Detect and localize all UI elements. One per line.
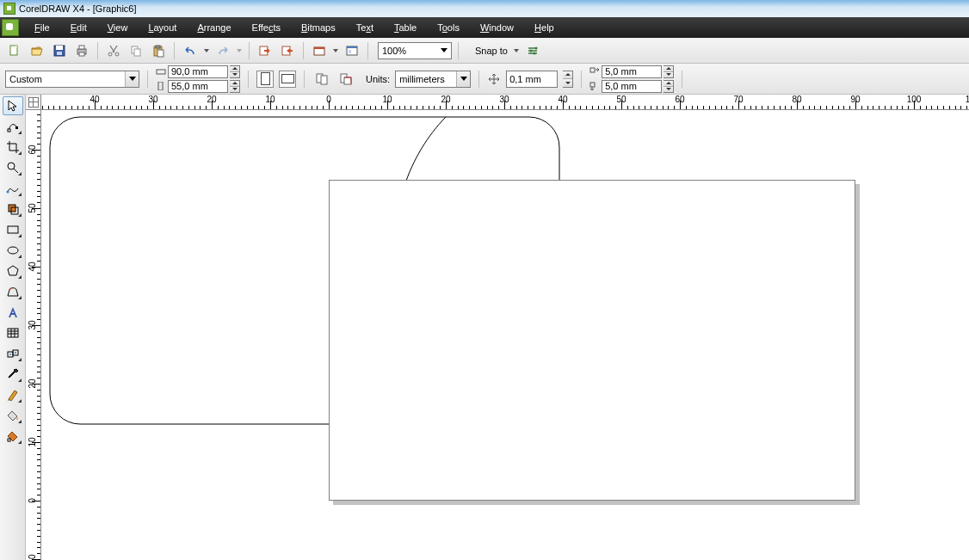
separator: [682, 71, 682, 88]
save-button[interactable]: [50, 41, 69, 60]
table-tool[interactable]: [3, 323, 23, 342]
shape-tool[interactable]: [3, 117, 23, 136]
new-button[interactable]: [5, 41, 24, 60]
polygon-tool[interactable]: [3, 262, 23, 280]
svg-point-7: [108, 52, 112, 56]
rectangle-tool[interactable]: [3, 220, 23, 239]
zoom-value: 100%: [382, 46, 406, 56]
zoom-combo[interactable]: 100%: [378, 42, 452, 59]
smart-fill-tool[interactable]: [3, 200, 23, 218]
dup-x-value: 5,0 mm: [605, 66, 637, 77]
all-pages-button[interactable]: [312, 70, 331, 89]
units-value: millimeters: [399, 74, 445, 84]
ruler-origin[interactable]: [26, 95, 41, 110]
vertical-ruler[interactable]: 100102030405060: [26, 110, 41, 560]
svg-point-22: [529, 49, 532, 52]
interactive-blend-tool[interactable]: [3, 344, 23, 363]
title-bar: CorelDRAW X4 - [Graphic6]: [0, 0, 969, 17]
page-width-field[interactable]: 90,0 mm: [168, 65, 228, 78]
welcome-button[interactable]: [343, 41, 361, 60]
canvas[interactable]: [41, 110, 969, 560]
page-height-field[interactable]: 55,0 mm: [168, 80, 228, 93]
svg-rect-6: [79, 52, 84, 56]
outline-tool[interactable]: [3, 385, 23, 404]
dup-y-value: 5,0 mm: [605, 81, 637, 91]
print-button[interactable]: [72, 41, 91, 60]
undo-button[interactable]: [181, 41, 200, 60]
redo-button[interactable]: [213, 41, 232, 60]
ellipse-tool[interactable]: [3, 241, 23, 260]
fill-tool[interactable]: [3, 406, 23, 425]
svg-rect-30: [590, 68, 595, 72]
zoom-tool[interactable]: [3, 158, 23, 177]
units-combo[interactable]: millimeters: [395, 71, 471, 88]
page-height-value: 55,0 mm: [171, 81, 208, 91]
app-launcher-button[interactable]: [310, 41, 329, 60]
page: [329, 180, 855, 501]
nudge-field[interactable]: 0,1 mm: [506, 71, 558, 88]
dup-y-field[interactable]: 5,0 mm: [602, 80, 662, 93]
separator: [367, 42, 368, 59]
undo-dropdown[interactable]: [203, 41, 210, 60]
svg-rect-12: [156, 46, 160, 48]
crop-tool[interactable]: [3, 138, 23, 157]
horizontal-ruler[interactable]: 403020100102030405060708090100110: [41, 95, 969, 110]
menu-arrange[interactable]: Arrange: [187, 19, 241, 36]
cut-button[interactable]: [104, 41, 123, 60]
freehand-tool[interactable]: [3, 179, 23, 198]
export-button[interactable]: [278, 41, 297, 60]
open-button[interactable]: [28, 41, 46, 60]
svg-point-40: [9, 288, 11, 290]
snap-to-dropdown[interactable]: [513, 41, 520, 60]
nudge-icon: [487, 72, 501, 86]
dup-x-icon: [589, 67, 600, 76]
duplicate-distance: 5,0 mm 5,0 mm: [589, 65, 674, 93]
menu-bitmaps[interactable]: Bitmaps: [291, 19, 346, 36]
pick-tool[interactable]: [3, 96, 23, 115]
toolbox: [0, 95, 26, 560]
height-icon: [156, 82, 166, 90]
menu-help[interactable]: Help: [524, 19, 565, 36]
menu-layout[interactable]: Layout: [138, 19, 187, 36]
separator: [248, 71, 249, 88]
page-width-spinner[interactable]: [230, 65, 240, 78]
dup-x-spinner[interactable]: [663, 65, 674, 78]
portrait-button[interactable]: [256, 71, 274, 88]
nudge-spinner[interactable]: [563, 71, 573, 88]
app-launcher-dropdown[interactable]: [332, 41, 339, 60]
redo-dropdown[interactable]: [236, 41, 243, 60]
page-width-value: 90,0 mm: [171, 66, 208, 77]
page-height-spinner[interactable]: [230, 80, 240, 93]
eyedropper-tool[interactable]: [3, 365, 23, 384]
menu-view[interactable]: View: [97, 19, 139, 36]
chevron-down-icon: [125, 71, 139, 87]
copy-button[interactable]: [127, 41, 145, 60]
menu-tools[interactable]: Tools: [427, 19, 470, 36]
menu-table[interactable]: Table: [384, 19, 427, 36]
svg-rect-46: [8, 439, 10, 441]
landscape-button[interactable]: [279, 71, 296, 88]
svg-rect-19: [347, 46, 357, 48]
options-button[interactable]: [523, 41, 542, 60]
svg-rect-10: [134, 49, 140, 56]
menu-text[interactable]: Text: [346, 19, 384, 36]
svg-rect-31: [590, 83, 595, 87]
svg-rect-24: [157, 70, 165, 74]
menu-edit[interactable]: Edit: [60, 19, 97, 36]
current-page-button[interactable]: [336, 70, 355, 89]
menu-file[interactable]: File: [24, 19, 60, 36]
svg-point-21: [534, 46, 537, 49]
interactive-fill-tool[interactable]: [3, 427, 23, 446]
import-button[interactable]: [256, 41, 275, 60]
basic-shapes-tool[interactable]: [3, 282, 23, 301]
menu-effects[interactable]: Effects: [242, 19, 291, 36]
svg-point-23: [533, 52, 535, 54]
paste-button[interactable]: [149, 41, 168, 60]
text-tool[interactable]: [3, 303, 23, 322]
dup-y-spinner[interactable]: [663, 80, 674, 93]
menu-window[interactable]: Window: [470, 19, 524, 36]
separator: [303, 42, 304, 59]
paper-preset-combo[interactable]: Custom: [5, 71, 139, 88]
svg-rect-2: [56, 46, 63, 50]
dup-x-field[interactable]: 5,0 mm: [602, 65, 662, 78]
